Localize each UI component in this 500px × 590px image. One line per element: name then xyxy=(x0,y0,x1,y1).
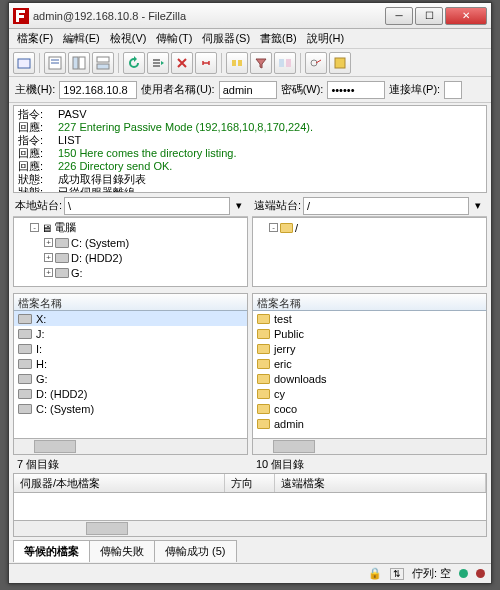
local-pane: 本地站台: ▾ -🖥電腦+C: (System)+D: (HDD2)+G: xyxy=(13,195,248,289)
maximize-button[interactable]: ☐ xyxy=(415,7,443,25)
queue-col-direction[interactable]: 方向 xyxy=(225,474,275,492)
menu-help[interactable]: 說明(H) xyxy=(303,29,348,48)
list-item[interactable]: C: (System) xyxy=(14,401,247,416)
tree-item[interactable]: -🖥電腦 xyxy=(16,220,245,235)
local-tree[interactable]: -🖥電腦+C: (System)+D: (HDD2)+G: xyxy=(13,217,248,287)
filter-button[interactable] xyxy=(250,52,272,74)
expand-icon[interactable]: - xyxy=(30,223,39,232)
tab-queued[interactable]: 等候的檔案 xyxy=(13,540,90,562)
local-path-dropdown[interactable]: ▾ xyxy=(232,199,246,212)
remote-tree[interactable]: -/ xyxy=(252,217,487,287)
remote-site-label: 遠端站台: xyxy=(254,198,301,213)
expand-icon[interactable]: + xyxy=(44,238,53,247)
remote-path-input[interactable] xyxy=(303,197,469,215)
cancel-button[interactable] xyxy=(171,52,193,74)
toggle-tree-button[interactable] xyxy=(68,52,90,74)
list-item[interactable]: I: xyxy=(14,341,247,356)
activity-led-1 xyxy=(459,569,468,578)
disk-icon xyxy=(18,359,32,369)
tree-item[interactable]: +G: xyxy=(16,265,245,280)
close-button[interactable]: ✕ xyxy=(445,7,487,25)
host-input[interactable] xyxy=(59,81,137,99)
disconnect-button[interactable] xyxy=(195,52,217,74)
svg-rect-10 xyxy=(238,60,242,66)
list-item[interactable]: D: (HDD2) xyxy=(14,386,247,401)
user-label: 使用者名稱(U): xyxy=(141,82,214,97)
compare-button[interactable] xyxy=(274,52,296,74)
list-item[interactable]: H: xyxy=(14,356,247,371)
toggle-queue-button[interactable] xyxy=(92,52,114,74)
queue-indicator-icon: ⇅ xyxy=(390,568,404,580)
svg-rect-14 xyxy=(335,58,345,68)
menu-view[interactable]: 檢視(V) xyxy=(106,29,151,48)
refresh-button[interactable] xyxy=(123,52,145,74)
list-item[interactable]: admin xyxy=(253,416,486,431)
disk-icon xyxy=(55,238,69,248)
tab-failed[interactable]: 傳輸失敗 xyxy=(89,540,155,562)
list-item[interactable]: jerry xyxy=(253,341,486,356)
queue-col-server[interactable]: 伺服器/本地檔案 xyxy=(14,474,225,492)
app-icon xyxy=(13,8,29,24)
sync-browsing-button[interactable] xyxy=(305,52,327,74)
svg-rect-9 xyxy=(232,60,236,66)
process-queue-button[interactable] xyxy=(147,52,169,74)
port-input[interactable] xyxy=(444,81,462,99)
log-line: 狀態:成功取得目錄列表 xyxy=(18,173,482,186)
disk-icon xyxy=(18,374,32,384)
queue-status: 佇列: 空 xyxy=(412,566,451,581)
folder-icon xyxy=(280,223,293,233)
computer-icon: 🖥 xyxy=(41,222,52,234)
local-path-input[interactable] xyxy=(64,197,230,215)
reconnect-button[interactable] xyxy=(226,52,248,74)
local-scrollbar[interactable] xyxy=(13,439,248,455)
user-input[interactable] xyxy=(219,81,277,99)
list-item[interactable]: cy xyxy=(253,386,486,401)
expand-icon[interactable]: + xyxy=(44,268,53,277)
disk-icon xyxy=(18,344,32,354)
list-item[interactable]: X: xyxy=(14,311,247,326)
sitemanager-button[interactable] xyxy=(13,52,35,74)
list-item[interactable]: downloads xyxy=(253,371,486,386)
list-item[interactable]: Public xyxy=(253,326,486,341)
find-button[interactable] xyxy=(329,52,351,74)
quickconnect-bar: 主機(H): 使用者名稱(U): 密碼(W): 連接埠(P): xyxy=(9,77,491,103)
menu-file[interactable]: 檔案(F) xyxy=(13,29,57,48)
local-file-list[interactable]: X:J:I:H:G:D: (HDD2)C: (System) xyxy=(13,311,248,439)
queue-list[interactable] xyxy=(13,493,487,521)
tree-item[interactable]: -/ xyxy=(255,220,484,235)
remote-path-dropdown[interactable]: ▾ xyxy=(471,199,485,212)
queue-scrollbar[interactable] xyxy=(13,521,487,537)
remote-list-header[interactable]: 檔案名稱 xyxy=(252,293,487,311)
menu-edit[interactable]: 編輯(E) xyxy=(59,29,104,48)
list-item[interactable]: eric xyxy=(253,356,486,371)
log-line: 狀態:已從伺服器離線 xyxy=(18,186,482,193)
local-count: 7 個目錄 xyxy=(13,455,248,471)
menu-transfer[interactable]: 傳輸(T) xyxy=(152,29,196,48)
list-item[interactable]: coco xyxy=(253,401,486,416)
expand-icon[interactable]: + xyxy=(44,253,53,262)
list-item[interactable]: test xyxy=(253,311,486,326)
statusbar: 🔒 ⇅ 佇列: 空 xyxy=(9,563,491,583)
toggle-log-button[interactable] xyxy=(44,52,66,74)
menu-server[interactable]: 伺服器(S) xyxy=(198,29,254,48)
pass-input[interactable] xyxy=(327,81,385,99)
remote-pane: 遠端站台: ▾ -/ xyxy=(252,195,487,289)
menu-bookmarks[interactable]: 書籤(B) xyxy=(256,29,301,48)
tree-item[interactable]: +D: (HDD2) xyxy=(16,250,245,265)
lock-icon: 🔒 xyxy=(368,567,382,580)
local-list-header[interactable]: 檔案名稱 xyxy=(13,293,248,311)
disk-icon xyxy=(18,329,32,339)
expand-icon[interactable]: - xyxy=(269,223,278,232)
remote-scrollbar[interactable] xyxy=(252,439,487,455)
disk-icon xyxy=(18,389,32,399)
tree-item[interactable]: +C: (System) xyxy=(16,235,245,250)
folder-icon xyxy=(257,359,270,369)
titlebar[interactable]: admin@192.168.10.8 - FileZilla ─ ☐ ✕ xyxy=(9,3,491,29)
minimize-button[interactable]: ─ xyxy=(385,7,413,25)
tab-success[interactable]: 傳輸成功 (5) xyxy=(154,540,237,562)
remote-file-list[interactable]: testPublicjerryericdownloadscycocoadmin xyxy=(252,311,487,439)
queue-col-remote[interactable]: 遠端檔案 xyxy=(275,474,486,492)
message-log[interactable]: 指令:PASV回應:227 Entering Passive Mode (192… xyxy=(13,105,487,193)
list-item[interactable]: G: xyxy=(14,371,247,386)
list-item[interactable]: J: xyxy=(14,326,247,341)
